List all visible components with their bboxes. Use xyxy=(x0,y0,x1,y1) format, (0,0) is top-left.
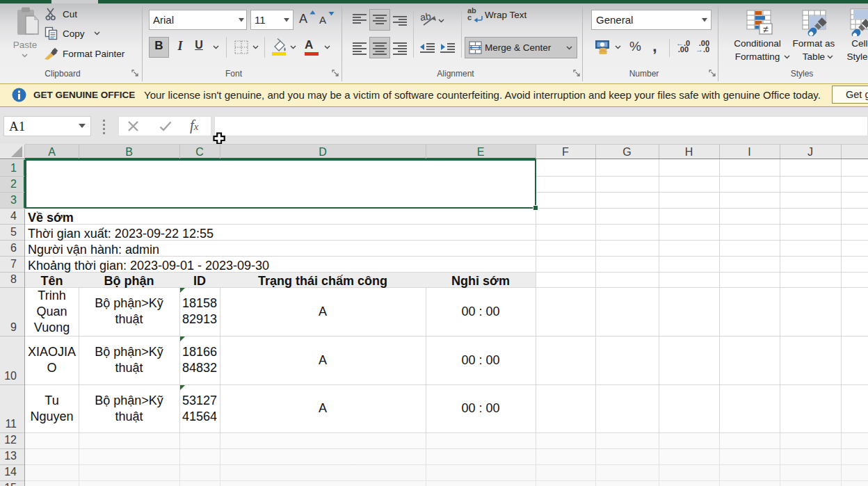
svg-text:≠: ≠ xyxy=(763,24,769,35)
